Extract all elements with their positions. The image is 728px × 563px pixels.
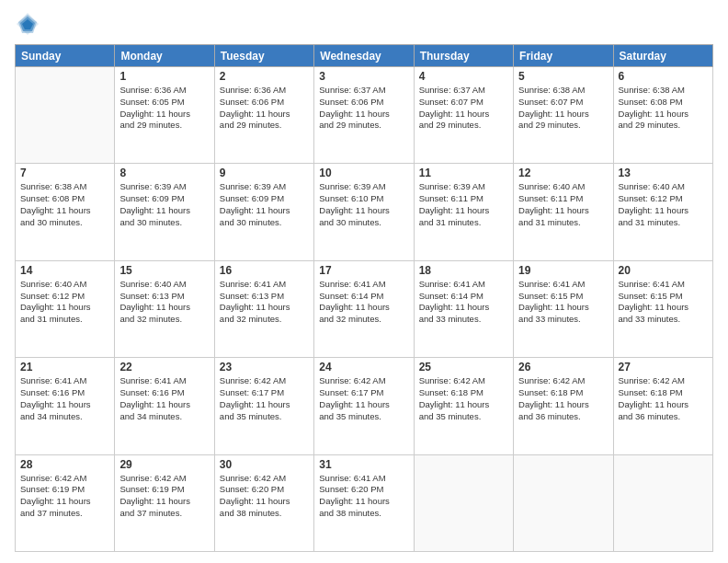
weekday-header: Thursday — [414, 45, 513, 67]
logo-icon — [15, 11, 40, 37]
day-info: Sunrise: 6:41 AM Sunset: 6:15 PM Dayligh… — [619, 279, 708, 326]
calendar-day-cell: 14Sunrise: 6:40 AM Sunset: 6:12 PM Dayli… — [16, 260, 115, 357]
day-info: Sunrise: 6:38 AM Sunset: 6:08 PM Dayligh… — [20, 181, 109, 228]
calendar-day-cell: 30Sunrise: 6:42 AM Sunset: 6:20 PM Dayli… — [214, 454, 313, 551]
day-info: Sunrise: 6:38 AM Sunset: 6:07 PM Dayligh… — [518, 85, 608, 132]
calendar-week-row: 7Sunrise: 6:38 AM Sunset: 6:08 PM Daylig… — [16, 164, 713, 260]
weekday-header: Saturday — [613, 45, 712, 67]
day-info: Sunrise: 6:39 AM Sunset: 6:09 PM Dayligh… — [220, 181, 309, 228]
day-number: 11 — [419, 167, 508, 179]
day-info: Sunrise: 6:40 AM Sunset: 6:13 PM Dayligh… — [119, 279, 209, 326]
day-info: Sunrise: 6:36 AM Sunset: 6:05 PM Dayligh… — [119, 85, 209, 132]
day-number: 2 — [220, 70, 309, 83]
day-info: Sunrise: 6:39 AM Sunset: 6:09 PM Dayligh… — [119, 181, 209, 228]
day-number: 22 — [119, 361, 209, 373]
calendar-day-cell — [514, 454, 613, 551]
day-number: 31 — [319, 458, 408, 471]
day-info: Sunrise: 6:42 AM Sunset: 6:18 PM Dayligh… — [619, 375, 708, 422]
day-number: 21 — [20, 361, 109, 373]
day-number: 5 — [518, 70, 608, 83]
day-number: 7 — [20, 167, 109, 179]
calendar-day-cell: 23Sunrise: 6:42 AM Sunset: 6:17 PM Dayli… — [214, 358, 313, 454]
calendar-day-cell: 22Sunrise: 6:41 AM Sunset: 6:16 PM Dayli… — [115, 358, 214, 454]
calendar-day-cell: 25Sunrise: 6:42 AM Sunset: 6:18 PM Dayli… — [414, 358, 513, 454]
calendar-day-cell: 5Sunrise: 6:38 AM Sunset: 6:07 PM Daylig… — [514, 67, 613, 164]
day-info: Sunrise: 6:41 AM Sunset: 6:16 PM Dayligh… — [119, 375, 209, 422]
calendar-day-cell: 17Sunrise: 6:41 AM Sunset: 6:14 PM Dayli… — [314, 260, 414, 357]
day-number: 25 — [419, 361, 508, 373]
calendar-day-cell: 2Sunrise: 6:36 AM Sunset: 6:06 PM Daylig… — [214, 67, 313, 164]
day-number: 17 — [319, 264, 408, 277]
calendar-day-cell: 21Sunrise: 6:41 AM Sunset: 6:16 PM Dayli… — [16, 358, 115, 454]
calendar-day-cell: 26Sunrise: 6:42 AM Sunset: 6:18 PM Dayli… — [514, 358, 613, 454]
calendar-day-cell: 19Sunrise: 6:41 AM Sunset: 6:15 PM Dayli… — [514, 260, 613, 357]
day-number: 29 — [119, 458, 209, 471]
day-info: Sunrise: 6:38 AM Sunset: 6:08 PM Dayligh… — [619, 85, 708, 132]
weekday-header: Sunday — [16, 45, 115, 67]
day-info: Sunrise: 6:37 AM Sunset: 6:06 PM Dayligh… — [319, 85, 408, 132]
calendar-day-cell: 4Sunrise: 6:37 AM Sunset: 6:07 PM Daylig… — [414, 67, 513, 164]
day-number: 1 — [119, 70, 209, 83]
calendar-day-cell: 10Sunrise: 6:39 AM Sunset: 6:10 PM Dayli… — [314, 164, 414, 260]
day-number: 10 — [319, 167, 408, 179]
day-info: Sunrise: 6:37 AM Sunset: 6:07 PM Dayligh… — [419, 85, 508, 132]
calendar-day-cell: 11Sunrise: 6:39 AM Sunset: 6:11 PM Dayli… — [414, 164, 513, 260]
weekday-header: Wednesday — [314, 45, 414, 67]
day-info: Sunrise: 6:41 AM Sunset: 6:13 PM Dayligh… — [220, 279, 309, 326]
calendar-day-cell: 28Sunrise: 6:42 AM Sunset: 6:19 PM Dayli… — [16, 454, 115, 551]
calendar-week-row: 1Sunrise: 6:36 AM Sunset: 6:05 PM Daylig… — [16, 67, 713, 164]
day-number: 4 — [419, 70, 508, 83]
calendar-table: SundayMondayTuesdayWednesdayThursdayFrid… — [15, 44, 713, 552]
day-number: 27 — [619, 361, 708, 373]
calendar-day-cell: 6Sunrise: 6:38 AM Sunset: 6:08 PM Daylig… — [613, 67, 712, 164]
calendar-day-cell: 12Sunrise: 6:40 AM Sunset: 6:11 PM Dayli… — [514, 164, 613, 260]
calendar-day-cell: 8Sunrise: 6:39 AM Sunset: 6:09 PM Daylig… — [115, 164, 214, 260]
calendar-day-cell — [613, 454, 712, 551]
day-info: Sunrise: 6:39 AM Sunset: 6:11 PM Dayligh… — [419, 181, 508, 228]
day-number: 19 — [518, 264, 608, 277]
day-info: Sunrise: 6:41 AM Sunset: 6:14 PM Dayligh… — [319, 279, 408, 326]
day-number: 26 — [518, 361, 608, 373]
day-number: 16 — [220, 264, 309, 277]
calendar-day-cell: 7Sunrise: 6:38 AM Sunset: 6:08 PM Daylig… — [16, 164, 115, 260]
day-number: 18 — [419, 264, 508, 277]
day-info: Sunrise: 6:42 AM Sunset: 6:17 PM Dayligh… — [220, 375, 309, 422]
calendar-day-cell: 20Sunrise: 6:41 AM Sunset: 6:15 PM Dayli… — [613, 260, 712, 357]
day-info: Sunrise: 6:42 AM Sunset: 6:19 PM Dayligh… — [20, 473, 109, 520]
day-info: Sunrise: 6:42 AM Sunset: 6:18 PM Dayligh… — [419, 375, 508, 422]
day-info: Sunrise: 6:40 AM Sunset: 6:12 PM Dayligh… — [20, 279, 109, 326]
weekday-header: Friday — [514, 45, 613, 67]
logo — [15, 11, 44, 37]
calendar-day-cell: 1Sunrise: 6:36 AM Sunset: 6:05 PM Daylig… — [115, 67, 214, 164]
day-info: Sunrise: 6:42 AM Sunset: 6:18 PM Dayligh… — [518, 375, 608, 422]
calendar-day-cell: 13Sunrise: 6:40 AM Sunset: 6:12 PM Dayli… — [613, 164, 712, 260]
calendar-day-cell: 15Sunrise: 6:40 AM Sunset: 6:13 PM Dayli… — [115, 260, 214, 357]
day-info: Sunrise: 6:40 AM Sunset: 6:11 PM Dayligh… — [518, 181, 608, 228]
day-number: 28 — [20, 458, 109, 471]
day-info: Sunrise: 6:40 AM Sunset: 6:12 PM Dayligh… — [619, 181, 708, 228]
day-info: Sunrise: 6:41 AM Sunset: 6:14 PM Dayligh… — [419, 279, 508, 326]
day-info: Sunrise: 6:39 AM Sunset: 6:10 PM Dayligh… — [319, 181, 408, 228]
day-number: 3 — [319, 70, 408, 83]
day-number: 20 — [619, 264, 708, 277]
day-info: Sunrise: 6:41 AM Sunset: 6:16 PM Dayligh… — [20, 375, 109, 422]
day-number: 23 — [220, 361, 309, 373]
weekday-header: Monday — [115, 45, 214, 67]
calendar-week-row: 14Sunrise: 6:40 AM Sunset: 6:12 PM Dayli… — [16, 260, 713, 357]
calendar-week-row: 21Sunrise: 6:41 AM Sunset: 6:16 PM Dayli… — [16, 358, 713, 454]
calendar-day-cell: 3Sunrise: 6:37 AM Sunset: 6:06 PM Daylig… — [314, 67, 414, 164]
weekday-header: Tuesday — [214, 45, 313, 67]
day-info: Sunrise: 6:42 AM Sunset: 6:20 PM Dayligh… — [220, 473, 309, 520]
calendar-day-cell: 29Sunrise: 6:42 AM Sunset: 6:19 PM Dayli… — [115, 454, 214, 551]
calendar-day-cell — [16, 67, 115, 164]
day-number: 14 — [20, 264, 109, 277]
day-number: 24 — [319, 361, 408, 373]
calendar-week-row: 28Sunrise: 6:42 AM Sunset: 6:19 PM Dayli… — [16, 454, 713, 551]
day-number: 8 — [119, 167, 209, 179]
day-number: 13 — [619, 167, 708, 179]
day-number: 15 — [119, 264, 209, 277]
calendar-day-cell: 18Sunrise: 6:41 AM Sunset: 6:14 PM Dayli… — [414, 260, 513, 357]
day-number: 30 — [220, 458, 309, 471]
calendar-day-cell: 16Sunrise: 6:41 AM Sunset: 6:13 PM Dayli… — [214, 260, 313, 357]
day-info: Sunrise: 6:36 AM Sunset: 6:06 PM Dayligh… — [220, 85, 309, 132]
